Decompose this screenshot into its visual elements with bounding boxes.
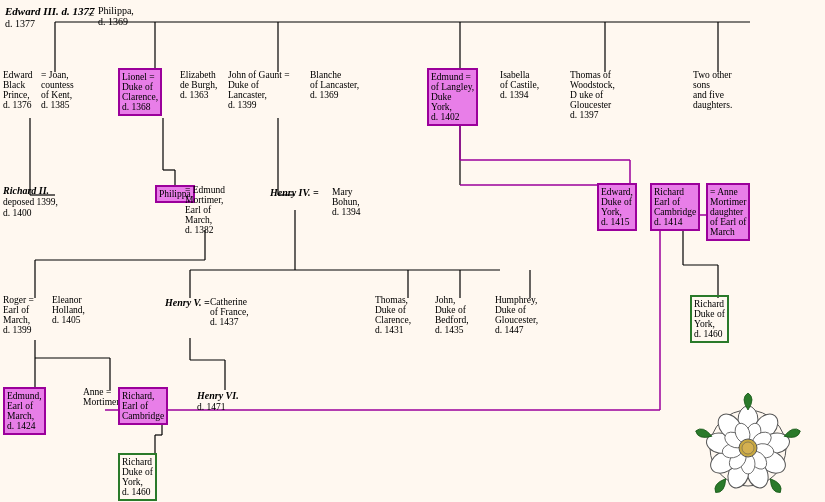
edmund-march-node: Edmund,Earl ofMarch,d. 1424 — [3, 387, 46, 435]
equals-sign-1: = — [88, 8, 94, 20]
john-bedford-node: John,Duke ofBedford,d. 1435 — [435, 295, 469, 335]
thomas-woodstock-node: Thomas ofWoodstock,D uke ofGloucesterd. … — [570, 70, 615, 120]
henry-vi-node: Henry VI. d. 1471 — [197, 390, 239, 412]
philippa-hainault-node: Philippa,d. 1369 — [98, 5, 134, 27]
blanche-node: Blancheof Lancaster,d. 1369 — [310, 70, 359, 100]
elizabeth-burgh-node: Elizabethde Burgh,d. 1363 — [180, 70, 217, 100]
edward-black-prince-node: EdwardBlackPrince,d. 1376 — [3, 70, 33, 110]
lionel-node: Lionel =Duke ofClarence,d. 1368 — [118, 68, 162, 116]
john-gaunt-node: John of Gaunt =Duke ofLancaster,d. 1399 — [228, 70, 290, 110]
humphrey-gloucester-node: Humphrey,Duke ofGloucester,d. 1447 — [495, 295, 538, 335]
two-others-node: Two othersonsand fivedaughters. — [693, 70, 732, 110]
roger-march-node: Roger =Earl ofMarch,d. 1399 — [3, 295, 34, 335]
edmund-mortimer-node: = EdmundMortimer,Earl ofMarch,d. 1382 — [185, 185, 225, 235]
henry-v-node: Henry V. = — [165, 297, 210, 308]
eleanor-holland-node: EleanorHolland,d. 1405 — [52, 295, 85, 325]
richard-cambridge2-node: Richard,Earl ofCambridge — [118, 387, 168, 425]
svg-point-64 — [742, 442, 754, 454]
henry-iv-node: Henry IV. = — [270, 187, 319, 198]
richard-york-bottom-node: RichardDuke ofYork,d. 1460 — [118, 453, 157, 501]
edward-york-node: Edward,Duke ofYork,d. 1415 — [597, 183, 637, 231]
thomas-clarence-node: Thomas,Duke ofClarence,d. 1431 — [375, 295, 411, 335]
joan-kent-node: = Joan,countessof Kent,d. 1385 — [41, 70, 74, 110]
anne-mortimer2-node: Anne =Mortimer — [83, 387, 119, 407]
family-tree: Edward III. d. 1377 d. 1377 = Philippa,d… — [0, 0, 825, 502]
richard-cambridge-node: RichardEarl ofCambridged. 1414 — [650, 183, 700, 231]
mary-bohun-node: MaryBohun,d. 1394 — [332, 187, 361, 217]
edward-iii-node: Edward III. d. 1377 d. 1377 — [5, 5, 95, 29]
anne-mortimer-node: = AnneMortimerdaughterof Earl ofMarch — [706, 183, 750, 241]
edmund-langley-node: Edmund =of Langley,DukeYork,d. 1402 — [427, 68, 478, 126]
richard-ii-node: Richard II. deposed 1399,d. 1400 — [3, 185, 58, 218]
catherine-france-node: Catherineof France,d. 1437 — [210, 297, 249, 327]
richard-york-right-node: RichardDuke ofYork,d. 1460 — [690, 295, 729, 343]
isabella-castile-node: Isabellaof Castile,d. 1394 — [500, 70, 539, 100]
